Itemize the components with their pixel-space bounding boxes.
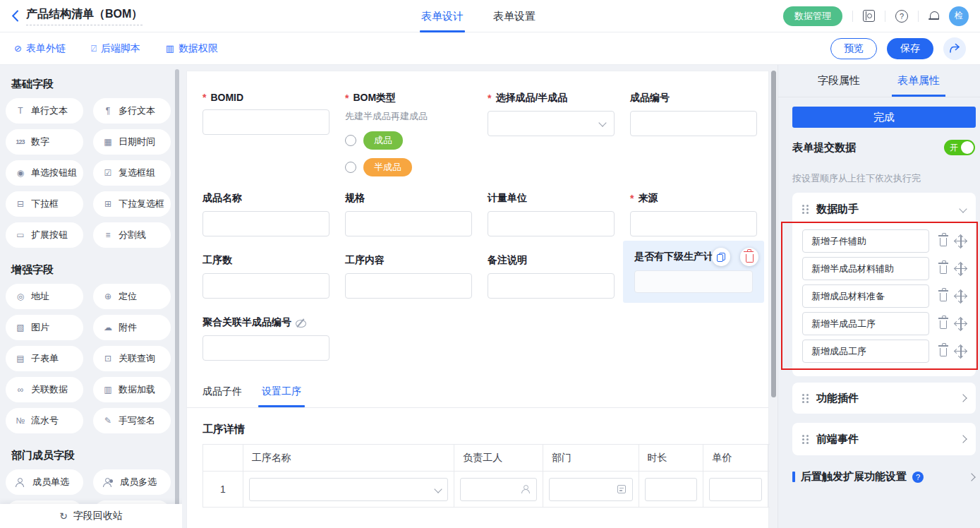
avatar[interactable]: 检: [949, 6, 969, 26]
assistant-item-input[interactable]: 新增子件辅助: [802, 229, 929, 253]
drag-handle-icon[interactable]: [802, 434, 809, 444]
process-content-input[interactable]: [345, 273, 472, 299]
assistant-item-input[interactable]: 新增半成品材料辅助: [802, 257, 929, 280]
assistant-item-input[interactable]: 新增成品工序: [802, 340, 929, 363]
tab-form-design[interactable]: 表单设计: [421, 0, 464, 32]
form-external-link[interactable]: ⊘ 表单外链: [14, 42, 66, 55]
bomid-input[interactable]: [202, 109, 329, 135]
help-circle-icon[interactable]: ?: [912, 472, 924, 483]
process-count-input[interactable]: [202, 273, 329, 299]
field-pill-multi-text[interactable]: ¶多行文本: [93, 98, 171, 124]
field-pill-divider[interactable]: ≡分割线: [93, 222, 171, 248]
drag-handle-icon[interactable]: [802, 393, 809, 403]
sub-plan-input[interactable]: [634, 270, 753, 293]
move-icon[interactable]: [955, 318, 966, 330]
save-button[interactable]: 保存: [887, 38, 933, 59]
field-select-product[interactable]: *选择成品/半成品: [488, 92, 615, 136]
field-pill-related-query[interactable]: ⊡关联查询: [93, 346, 171, 371]
field-bomid[interactable]: *BOMID: [202, 92, 329, 135]
worker-picker[interactable]: [460, 478, 537, 501]
trash-icon[interactable]: [940, 348, 947, 356]
field-pill-related-data[interactable]: ∞关联数据: [6, 377, 83, 402]
field-pill-image[interactable]: ▧图片: [6, 315, 83, 340]
aggregate-input[interactable]: [202, 335, 329, 361]
select-product-dropdown[interactable]: [488, 111, 615, 136]
field-process-content[interactable]: 工序内容: [345, 254, 472, 299]
tab-field-props[interactable]: 字段属性: [818, 65, 860, 97]
radio-icon[interactable]: [345, 135, 356, 146]
move-icon[interactable]: [955, 263, 966, 275]
option-semi-finished[interactable]: 半成品: [363, 158, 412, 176]
field-pill-member-multi[interactable]: 成员多选: [93, 469, 171, 495]
product-no-input[interactable]: [630, 111, 757, 136]
function-plugin-header[interactable]: 功能插件: [792, 383, 976, 414]
move-icon[interactable]: [955, 236, 966, 247]
field-pill-serial-number[interactable]: №流水号: [6, 408, 83, 433]
department-picker[interactable]: [549, 478, 633, 501]
radio-icon[interactable]: [345, 162, 356, 173]
delete-field-button[interactable]: [740, 248, 758, 266]
field-aggregate[interactable]: 聚合关联半成品编号: [202, 316, 358, 361]
tab-product-children[interactable]: 成品子件: [202, 385, 242, 407]
frontend-event-header[interactable]: 前端事件: [792, 423, 976, 455]
field-pill-subform[interactable]: ▤子表单: [6, 346, 83, 371]
data-assistant-header[interactable]: 数据助手: [792, 193, 976, 225]
frontend-event-card[interactable]: 前端事件: [792, 423, 976, 455]
field-pill-address[interactable]: ◎地址: [6, 284, 83, 309]
field-sub-plan-selected[interactable]: 是否有下级生产计: [623, 241, 764, 303]
trash-icon[interactable]: [940, 265, 947, 274]
spec-input[interactable]: [345, 211, 472, 236]
tab-form-props[interactable]: 表单属性: [897, 65, 940, 97]
field-recycle-bin[interactable]: ↻ 字段回收站: [0, 504, 182, 528]
canvas-scrollbar[interactable]: [771, 71, 776, 397]
drag-handle-icon[interactable]: [802, 204, 809, 214]
field-pill-extend-button[interactable]: ▭扩展按钮: [6, 222, 83, 248]
field-spec[interactable]: 规格: [345, 192, 472, 236]
remark-input[interactable]: [488, 273, 615, 299]
field-bom-type[interactable]: *BOM类型 先建半成品再建成品 成品 半成品: [345, 92, 479, 176]
product-name-input[interactable]: [202, 211, 329, 236]
data-manage-button[interactable]: 数据管理: [783, 6, 842, 26]
field-pill-dropdown[interactable]: ⊟下拉框: [6, 191, 83, 217]
field-pill-dropdown-multi[interactable]: ⊞下拉复选框: [93, 191, 171, 217]
move-icon[interactable]: [955, 346, 966, 357]
field-pill-radio-group[interactable]: ◉单选按钮组: [6, 160, 83, 186]
field-pill-single-text[interactable]: T单行文本: [6, 98, 83, 124]
preview-button[interactable]: 预览: [830, 38, 877, 59]
copy-field-button[interactable]: [712, 248, 730, 266]
source-input[interactable]: [630, 211, 757, 236]
field-pill-geolocate[interactable]: ⊕定位: [93, 284, 171, 309]
back-button[interactable]: [11, 10, 19, 22]
form-submit-toggle[interactable]: 开: [944, 140, 975, 155]
option-finished[interactable]: 成品: [363, 131, 403, 150]
field-pill-member-single[interactable]: 成员单选: [6, 469, 83, 495]
move-icon[interactable]: [955, 291, 966, 302]
field-pill-attachment[interactable]: ☁附件: [93, 315, 171, 340]
field-source[interactable]: *来源: [630, 192, 757, 236]
help-icon[interactable]: ?: [895, 10, 908, 23]
bell-icon[interactable]: [928, 11, 939, 21]
data-permission-link[interactable]: ▥ 数据权限: [166, 42, 218, 55]
process-name-select[interactable]: [249, 478, 448, 501]
tab-form-settings[interactable]: 表单设置: [493, 0, 536, 32]
trash-icon[interactable]: [940, 320, 947, 329]
tab-set-process[interactable]: 设置工序: [262, 385, 301, 407]
field-product-name[interactable]: 成品名称: [202, 192, 329, 236]
field-pill-number[interactable]: 123数字: [6, 129, 83, 155]
function-plugin-card[interactable]: 功能插件: [792, 383, 976, 414]
trash-icon[interactable]: [940, 238, 947, 246]
unit-input[interactable]: [488, 211, 615, 236]
sidebar-scrollbar[interactable]: [175, 69, 179, 528]
post-trigger-settings[interactable]: 后置触发扩展功能设置 ?: [792, 470, 974, 484]
field-product-no[interactable]: 成品编号: [630, 92, 757, 136]
share-button[interactable]: [943, 37, 966, 60]
done-button[interactable]: 完成: [792, 107, 976, 128]
field-remark[interactable]: 备注说明: [488, 254, 615, 299]
field-pill-signature[interactable]: ✎手写签名: [93, 408, 171, 433]
field-pill-data-load[interactable]: ▥数据加载: [93, 377, 171, 402]
duration-input[interactable]: [645, 478, 698, 501]
trash-icon[interactable]: [940, 293, 947, 301]
field-pill-checkbox-group[interactable]: ☑复选框组: [93, 160, 171, 186]
assistant-item-input[interactable]: 新增成品材料准备: [802, 284, 929, 308]
field-unit[interactable]: 计量单位: [488, 192, 615, 236]
